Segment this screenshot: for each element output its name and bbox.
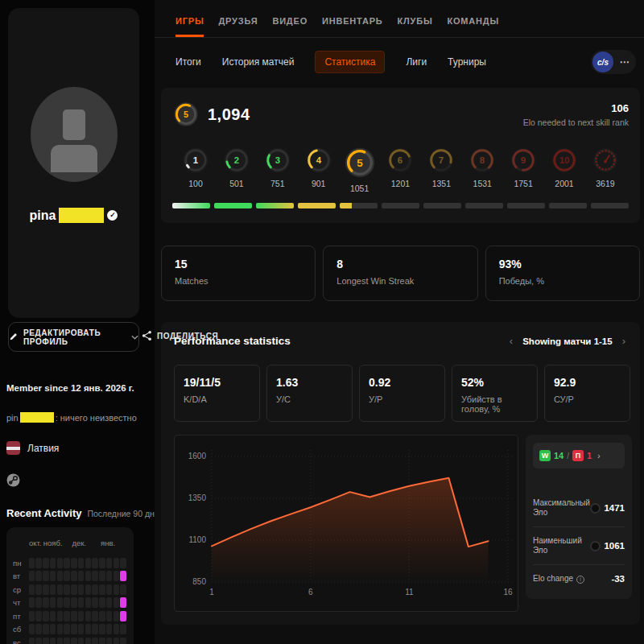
- tab-games[interactable]: ИГРЫ: [175, 16, 204, 37]
- heatmap-cell: [29, 571, 35, 581]
- subtab-results[interactable]: Итоги: [175, 56, 201, 68]
- level-min-elo: 1051: [350, 184, 369, 193]
- day-label: ср: [13, 585, 29, 594]
- elo-stat-rows: Максимальный Эло 1471 Наименьший Эло 106…: [533, 489, 625, 592]
- tab-clubs[interactable]: КЛУБЫ: [398, 16, 433, 37]
- svg-text:2: 2: [234, 155, 239, 165]
- heatmap-cell: [78, 571, 84, 581]
- skill-level-2001: 102001: [544, 146, 584, 193]
- info-icon[interactable]: i: [576, 576, 584, 584]
- heatmap-cell: [71, 597, 76, 608]
- pager-next-icon[interactable]: ›: [622, 335, 625, 347]
- more-options-button[interactable]: ⋯: [615, 54, 634, 70]
- win-loss-box[interactable]: W 14 / П 1 ›: [533, 443, 625, 469]
- heatmap-cell: [50, 558, 56, 568]
- username-censor: [59, 208, 104, 223]
- avatar: [31, 87, 118, 182]
- top-nav: ИГРЫ ДРУЗЬЯ ВИДЕО ИНВЕНТАРЬ КЛУБЫ КОМАНД…: [155, 0, 644, 38]
- heatmap-cell: [92, 638, 97, 644]
- svg-text:4: 4: [316, 155, 321, 165]
- latvia-flag-icon: [6, 441, 20, 455]
- elo-needed-block: 106 Elo needed to next skill rank: [523, 102, 629, 127]
- day-label: сб: [13, 625, 29, 634]
- subtab-match-history[interactable]: История матчей: [222, 56, 295, 68]
- steam-icon[interactable]: [6, 473, 20, 487]
- elo-change-row: Elo changei -33: [533, 564, 625, 592]
- activity-heatmap: окт.нояб.дек.янв. пнвтсрчтптсбвс: [6, 527, 134, 644]
- heatmap-cell: [64, 558, 69, 568]
- heatmap-cell: [120, 584, 126, 595]
- heatmap-cell: [35, 624, 41, 634]
- heatmap-row: ср: [13, 583, 127, 597]
- heatmap-cell: [35, 597, 41, 608]
- heatmap-cell: [43, 558, 48, 568]
- heatmap-cell: [64, 597, 69, 608]
- heatmap-cell: [92, 624, 97, 634]
- svg-text:5: 5: [184, 109, 188, 119]
- level-min-elo: 1201: [391, 179, 410, 188]
- heatmap-cell: [50, 624, 56, 634]
- subtab-statistics[interactable]: Статистика: [315, 51, 385, 73]
- day-label: пн: [13, 559, 29, 568]
- heatmap-cell: [120, 571, 126, 581]
- heatmap-cell: [64, 584, 69, 595]
- subtab-leagues[interactable]: Лиги: [406, 56, 427, 68]
- level-min-elo: 901: [312, 179, 326, 188]
- subtab-tournaments[interactable]: Турниры: [448, 56, 486, 68]
- svg-text:1100: 1100: [188, 535, 206, 544]
- heatmap-cell: [106, 638, 112, 644]
- elo-summary: 5 1,094 106 Elo needed to next skill ran…: [172, 101, 629, 128]
- svg-text:1350: 1350: [188, 493, 207, 502]
- pager-prev-icon[interactable]: ‹: [510, 335, 513, 347]
- tab-teams[interactable]: КОМАНДЫ: [447, 16, 499, 37]
- heatmap-cell: [114, 558, 119, 568]
- avatar-placeholder-icon: [63, 109, 85, 140]
- heatmap-cell: [99, 624, 105, 634]
- kr-value: 0.92: [369, 376, 436, 389]
- username-row: pina ✓: [8, 208, 139, 223]
- cs2-game-icon[interactable]: c/s: [592, 52, 613, 72]
- performance-header: Performance statistics ‹ Showing матчи 1…: [174, 335, 632, 347]
- heatmap-cell: [57, 558, 63, 568]
- matches-label: Matches: [175, 276, 302, 286]
- tab-inventory[interactable]: ИНВЕНТАРЬ: [322, 16, 383, 37]
- progress-segment: [382, 203, 419, 208]
- heatmap-cell: [114, 584, 119, 595]
- performance-panel: Performance statistics ‹ Showing матчи 1…: [161, 322, 640, 625]
- headshot-label: Убийств в голову, %: [461, 394, 528, 414]
- heatmap-cell: [50, 611, 56, 621]
- heatmap-cell: [71, 571, 76, 581]
- heatmap-cell: [92, 571, 97, 581]
- heatmap-cell: [114, 571, 119, 581]
- performance-body: 850110013501600161116 W 14 / П 1 › Макси…: [174, 435, 632, 612]
- share-button[interactable]: ПОДЕЛИТЬСЯ: [142, 330, 218, 341]
- headshot-card: 52% Убийств в голову, %: [452, 365, 538, 422]
- win-badge-icon: W: [539, 450, 551, 461]
- about-suffix: : ничего неизвестно: [56, 413, 137, 423]
- summary-cards-row: 15 Matches 8 Longest Win Streak 93% Побе…: [161, 246, 640, 301]
- heatmap-cell: [120, 624, 126, 634]
- level-min-elo: 1531: [473, 179, 492, 188]
- kd-label: У/С: [276, 394, 343, 404]
- matches-value: 15: [175, 258, 302, 270]
- heatmap-cell: [50, 638, 56, 644]
- activity-header: Recent Activity Последние 90 дней: [6, 507, 164, 519]
- heatmap-cell: [99, 611, 105, 621]
- tab-video[interactable]: ВИДЕО: [272, 16, 308, 37]
- svg-text:6: 6: [398, 155, 402, 165]
- heatmap-cell: [35, 558, 41, 568]
- elo-needed-value: 106: [523, 102, 629, 114]
- heatmap-cell: [92, 611, 97, 621]
- heatmap-cell: [35, 571, 41, 581]
- edit-profile-button[interactable]: РЕДАКТИРОВАТЬ ПРОФИЛЬ: [8, 322, 139, 352]
- kr-card: 0.92 У/Р: [359, 365, 445, 422]
- tab-friends[interactable]: ДРУЗЬЯ: [218, 16, 258, 37]
- heatmap-cell: [29, 558, 35, 568]
- loss-badge-icon: П: [572, 450, 584, 461]
- heatmap-cell: [99, 571, 105, 581]
- progress-segment: [298, 203, 336, 208]
- adr-card: 92.9 СУ/Р: [544, 365, 630, 422]
- kda-value: 19/11/5: [184, 376, 250, 389]
- headshot-value: 52%: [461, 376, 528, 389]
- heatmap-month-labels: окт.нояб.дек.янв.: [13, 539, 127, 550]
